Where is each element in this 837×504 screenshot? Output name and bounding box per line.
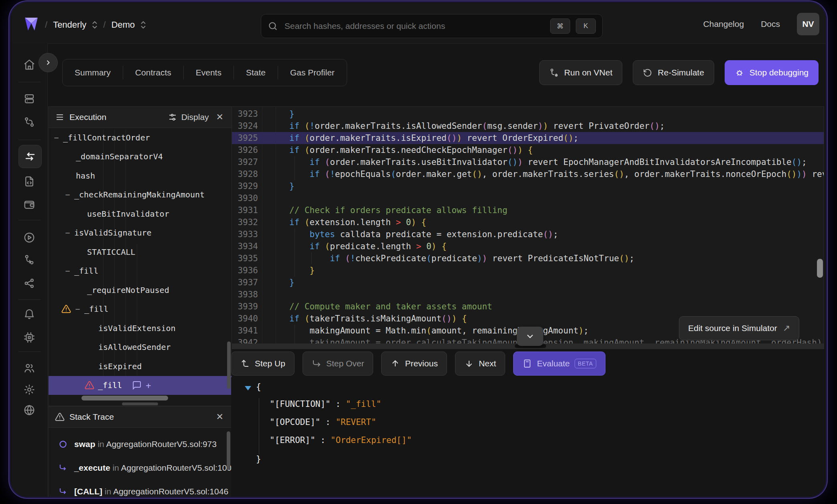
execution-tree-item[interactable]: useBitInvalidator <box>49 204 232 224</box>
execution-tree-item[interactable]: STATICCALL <box>49 242 232 262</box>
sidebar-item-chip-icon[interactable] <box>23 331 36 344</box>
sidebar-item-home-icon[interactable] <box>23 59 36 71</box>
execution-tree-item[interactable]: −_fillContractOrder <box>49 128 232 147</box>
execution-vscrollbar-thumb[interactable] <box>227 341 231 389</box>
code-line[interactable]: 3931// Check if orders predicate allows … <box>232 204 824 216</box>
breadcrumb-item-org[interactable]: Tenderly <box>53 20 86 30</box>
line-number[interactable]: 3931 <box>235 204 258 216</box>
tab-contracts[interactable]: Contracts <box>123 66 183 79</box>
edit-source-button[interactable]: Edit source in Simulator ↗ <box>679 316 799 340</box>
line-number[interactable]: 3941 <box>235 325 258 337</box>
code-line[interactable]: 3927 if (order.makerTraits.useBitInvalid… <box>232 156 824 168</box>
collapse-icon[interactable]: − <box>65 190 71 199</box>
execution-tree-item[interactable]: −_checkRemainingMakingAmount <box>49 185 232 205</box>
line-number[interactable]: 3929 <box>235 180 258 192</box>
user-avatar[interactable]: NV <box>797 13 819 35</box>
step-up-button[interactable]: Step Up <box>231 352 295 376</box>
code-line[interactable]: 3929} <box>232 180 824 192</box>
run-on-vnet-button[interactable]: Run on VNet <box>539 60 622 85</box>
line-number[interactable]: 3925 <box>235 132 258 144</box>
code-line[interactable]: 3936 } <box>232 264 824 276</box>
code-line[interactable]: 3934 if (predicate.length > 0) { <box>232 240 824 252</box>
tab-state[interactable]: State <box>234 66 278 79</box>
breadcrumb-item-project[interactable]: Demo <box>111 20 135 30</box>
execution-tree-item[interactable]: _fill+ <box>49 376 232 395</box>
next-button[interactable]: Next <box>455 352 505 376</box>
sidebar-item-wallet-icon[interactable] <box>23 198 36 211</box>
stack-trace-item[interactable]: _execute in AggregationRouterV5.sol:100 <box>49 460 232 476</box>
execution-tree-item[interactable]: −_fill <box>49 262 232 281</box>
collapse-icon[interactable]: − <box>65 266 71 276</box>
scroll-down-button[interactable] <box>517 327 543 346</box>
line-number[interactable]: 3938 <box>235 289 258 301</box>
tab-summary[interactable]: Summary <box>63 66 123 79</box>
line-number[interactable]: 3934 <box>235 240 258 252</box>
line-number[interactable]: 3936 <box>235 264 258 276</box>
code-line[interactable]: 3932if (extension.length > 0) { <box>232 216 824 228</box>
code-line[interactable]: 3938 <box>232 289 824 301</box>
global-search[interactable]: ⌘ K <box>261 14 603 38</box>
line-number[interactable]: 3937 <box>235 276 258 289</box>
code-editor[interactable]: 3923}3924if (!order.makerTraits.isAllowe… <box>231 106 824 349</box>
close-icon[interactable]: ✕ <box>215 111 225 123</box>
line-number[interactable]: 3933 <box>235 228 258 240</box>
tab-gas-profiler[interactable]: Gas Profiler <box>278 66 347 79</box>
add-comment-icon[interactable]: + <box>146 380 151 390</box>
code-line[interactable]: 3924if (!order.makerTraits.isAllowedSend… <box>232 120 824 132</box>
code-line[interactable]: 3923} <box>232 108 824 120</box>
docs-link[interactable]: Docs <box>761 19 780 29</box>
sidebar-item-bell-icon[interactable] <box>23 308 36 321</box>
line-number[interactable]: 3928 <box>235 168 258 180</box>
sidebar-item-swap-icon[interactable] <box>18 145 42 168</box>
stack-trace-item[interactable]: [CALL] in AggregationRouterV5.sol:1046 <box>49 484 232 497</box>
panel-resize-grip[interactable] <box>122 402 158 405</box>
evaluate-button[interactable]: Evaluate BETA <box>513 352 605 376</box>
re-simulate-button[interactable]: Re-Simulate <box>633 60 714 85</box>
code-line[interactable]: 3930 <box>232 192 824 204</box>
line-number[interactable]: 3939 <box>235 301 258 313</box>
display-button[interactable]: Display <box>168 112 209 122</box>
project-switcher-chevron-icon[interactable] <box>140 21 146 28</box>
execution-tree-item[interactable]: _requireNotPaused <box>49 280 232 300</box>
execution-tree-item[interactable]: _domainSeparatorV4 <box>49 147 232 167</box>
code-line[interactable]: 3928 if (!epochEquals(order.maker.get(),… <box>232 168 824 180</box>
previous-button[interactable]: Previous <box>381 352 447 376</box>
line-number[interactable]: 3926 <box>235 144 258 156</box>
code-line[interactable]: 3933 bytes calldata predicate = extensio… <box>232 228 824 240</box>
line-number[interactable]: 3923 <box>235 108 258 120</box>
execution-tree-item[interactable]: isExpired <box>49 357 232 376</box>
sidebar-item-play-circle-icon[interactable] <box>23 232 36 244</box>
sidebar-item-users-icon[interactable] <box>23 362 36 375</box>
sidebar-item-git-branch-icon[interactable] <box>23 254 36 266</box>
close-icon[interactable]: ✕ <box>215 411 225 423</box>
step-over-button[interactable]: Step Over <box>303 352 374 376</box>
comment-icon[interactable] <box>132 380 142 390</box>
execution-tree-item[interactable]: isValidExtension <box>49 319 232 338</box>
sidebar-item-server-icon[interactable] <box>23 93 36 106</box>
line-number[interactable]: 3935 <box>235 252 258 264</box>
execution-tree-item[interactable]: −_fill <box>49 300 232 319</box>
code-line[interactable]: 3935 if (!checkPredicate(predicate)) rev… <box>232 252 824 264</box>
stop-debugging-button[interactable]: Stop debugging <box>725 60 819 85</box>
line-number[interactable]: 3930 <box>235 192 258 204</box>
sidebar-expand-button[interactable] <box>39 53 58 72</box>
line-number[interactable]: 3927 <box>235 156 258 168</box>
stack-trace-item[interactable]: swap in AggregationRouterV5.sol:973 <box>49 436 232 452</box>
vertical-scrollbar-thumb[interactable] <box>817 259 823 278</box>
org-switcher-chevron-icon[interactable] <box>92 21 98 28</box>
sidebar-item-gear-icon[interactable] <box>23 384 36 396</box>
changelog-link[interactable]: Changelog <box>703 19 744 29</box>
execution-tree-item[interactable]: −isValidSignature <box>49 224 232 243</box>
line-number[interactable]: 3932 <box>235 216 258 228</box>
sidebar-item-globe-icon[interactable] <box>23 404 36 417</box>
code-line[interactable]: 3939// Compute maker and taker assets am… <box>232 301 824 313</box>
collapse-icon[interactable]: − <box>75 304 81 314</box>
execution-tree-item[interactable]: isAllowedSender <box>49 338 232 357</box>
collapse-icon[interactable]: − <box>53 133 59 142</box>
collapse-icon[interactable]: − <box>65 228 71 238</box>
code-line[interactable]: 3926if (order.makerTraits.needCheckEpoch… <box>232 144 824 156</box>
line-number[interactable]: 3924 <box>235 120 258 132</box>
sidebar-item-contract-file-icon[interactable] <box>23 175 36 188</box>
sidebar-item-route-icon[interactable] <box>23 116 36 129</box>
tenderly-logo-icon[interactable] <box>21 14 42 35</box>
